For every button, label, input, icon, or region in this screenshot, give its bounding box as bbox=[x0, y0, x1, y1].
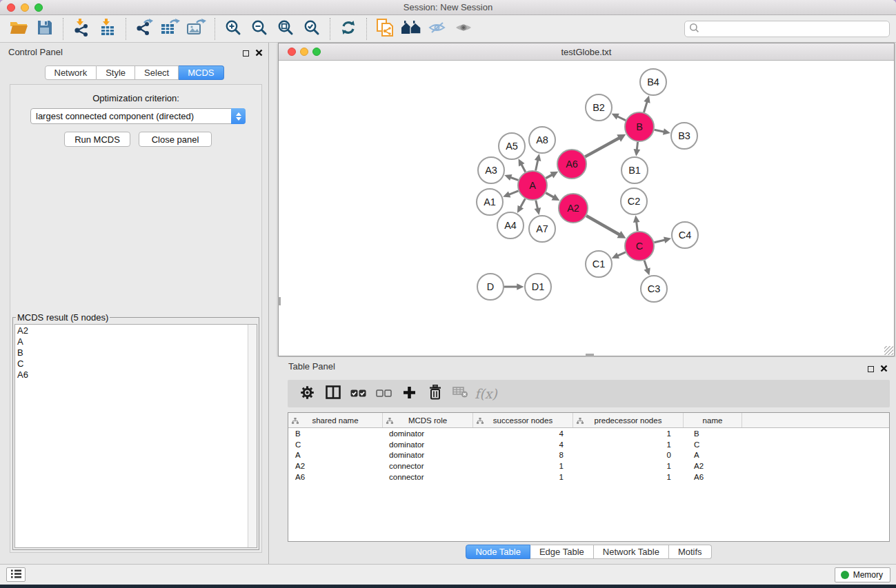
open-session-button[interactable] bbox=[6, 17, 32, 41]
graph-edge[interactable] bbox=[655, 130, 664, 132]
save-session-button[interactable] bbox=[32, 17, 58, 41]
network-close-button[interactable] bbox=[288, 48, 296, 56]
mcds-result-list[interactable]: A2ABCA6 bbox=[14, 324, 257, 548]
table-cell[interactable]: A bbox=[684, 451, 742, 459]
tab-style[interactable]: Style bbox=[97, 65, 135, 80]
splitter-grip[interactable] bbox=[586, 354, 594, 356]
table-cell[interactable]: 4 bbox=[473, 440, 573, 449]
window-titlebar[interactable]: Session: New Session bbox=[0, 0, 896, 15]
table-row[interactable]: A2connector11A2 bbox=[288, 460, 889, 472]
task-history-button[interactable] bbox=[6, 567, 26, 582]
close-table-panel-icon[interactable] bbox=[880, 363, 888, 375]
table-cell[interactable]: 1 bbox=[573, 473, 684, 481]
table-cell[interactable]: A2 bbox=[684, 462, 742, 470]
table-cell[interactable]: dominator bbox=[383, 440, 473, 449]
memory-button[interactable]: Memory bbox=[835, 567, 890, 582]
graph-edge[interactable] bbox=[510, 177, 518, 180]
graph-edge[interactable] bbox=[546, 174, 552, 178]
export-network-button[interactable] bbox=[131, 17, 157, 41]
float-panel-icon[interactable] bbox=[243, 50, 249, 57]
table-cell[interactable]: B bbox=[684, 429, 742, 438]
zoom-window-button[interactable] bbox=[34, 3, 43, 12]
tab-mcds[interactable]: MCDS bbox=[179, 65, 223, 80]
table-row[interactable]: Bdominator41B bbox=[288, 428, 889, 439]
run-mcds-button[interactable]: Run MCDS bbox=[64, 132, 130, 147]
table-cell[interactable]: 8 bbox=[473, 451, 573, 459]
hide-selected-button[interactable] bbox=[424, 17, 450, 41]
column-header[interactable]: predecessor nodes bbox=[573, 413, 684, 427]
graph-edge[interactable] bbox=[520, 199, 525, 207]
criterion-dropdown[interactable]: largest connected component (directed) bbox=[30, 108, 246, 124]
table-settings-button[interactable] bbox=[295, 383, 320, 405]
table-row[interactable]: A6connector11A6 bbox=[288, 472, 889, 483]
apply-layout-button[interactable] bbox=[335, 17, 361, 41]
graph-edge[interactable] bbox=[637, 142, 637, 150]
graph-edge[interactable] bbox=[536, 160, 538, 170]
tab-select[interactable]: Select bbox=[135, 65, 179, 80]
close-panel-icon[interactable] bbox=[255, 47, 263, 59]
table-cell[interactable]: dominator bbox=[383, 451, 473, 459]
table-row[interactable]: Adominator80A bbox=[288, 449, 889, 460]
table-cell[interactable]: B bbox=[288, 429, 383, 438]
network-canvas[interactable]: B4B2BB3A5A8A6A3B1AA1C2A2A4A7C4CC1C3DD1 bbox=[279, 61, 893, 355]
table-cell[interactable]: 1 bbox=[573, 440, 684, 449]
delete-columns-button[interactable] bbox=[422, 383, 448, 405]
table-cell[interactable]: 0 bbox=[573, 451, 684, 459]
result-list-item[interactable]: A bbox=[17, 336, 257, 347]
zoom-out-button[interactable] bbox=[246, 17, 272, 41]
float-table-panel-icon[interactable] bbox=[868, 366, 874, 372]
table-cell[interactable]: connector bbox=[383, 462, 473, 470]
table-cell[interactable]: dominator bbox=[383, 429, 473, 438]
column-header[interactable]: MCDS role bbox=[383, 413, 473, 427]
result-list-item[interactable]: B bbox=[17, 347, 257, 358]
network-window-titlebar[interactable]: testGlobe.txt bbox=[279, 43, 894, 61]
zoom-fit-button[interactable] bbox=[272, 17, 299, 41]
split-table-button[interactable] bbox=[320, 383, 346, 405]
select-all-columns-button[interactable] bbox=[346, 383, 371, 405]
result-list-item[interactable]: C bbox=[17, 358, 257, 369]
search-input[interactable] bbox=[699, 24, 889, 34]
create-column-button[interactable] bbox=[397, 383, 422, 405]
graph-edge[interactable] bbox=[654, 240, 665, 243]
result-list-item[interactable]: A6 bbox=[17, 369, 257, 381]
tab-node-table[interactable]: Node Table bbox=[466, 545, 530, 559]
table-cell[interactable]: 4 bbox=[473, 429, 573, 438]
column-header[interactable]: name bbox=[684, 413, 742, 427]
graph-edge[interactable] bbox=[521, 164, 526, 172]
column-header[interactable]: shared name bbox=[288, 413, 383, 427]
table-cell[interactable]: connector bbox=[383, 473, 473, 481]
graph-edge[interactable] bbox=[644, 101, 647, 112]
double-house-button[interactable] bbox=[398, 17, 424, 41]
table-cell[interactable]: C bbox=[288, 440, 383, 449]
network-minimize-button[interactable] bbox=[300, 48, 308, 56]
graph-edge[interactable] bbox=[585, 138, 619, 156]
graph-edge[interactable] bbox=[637, 221, 638, 231]
tab-motifs[interactable]: Motifs bbox=[669, 545, 712, 559]
table-cell[interactable]: A6 bbox=[684, 473, 742, 481]
import-network-button[interactable] bbox=[68, 17, 94, 41]
tab-network[interactable]: Network bbox=[44, 65, 97, 80]
graph-edge[interactable] bbox=[644, 261, 647, 270]
graph-edge[interactable] bbox=[617, 252, 626, 256]
table-cell[interactable]: A2 bbox=[288, 462, 383, 470]
show-all-button[interactable] bbox=[450, 17, 477, 41]
deselect-all-columns-button[interactable] bbox=[371, 383, 397, 405]
delete-table-button[interactable] bbox=[448, 383, 473, 405]
export-table-button[interactable] bbox=[157, 17, 183, 41]
graph-edge[interactable] bbox=[586, 216, 619, 235]
graph-edge[interactable] bbox=[617, 116, 626, 121]
result-list-scrollbar[interactable] bbox=[248, 325, 257, 547]
export-image-button[interactable] bbox=[183, 17, 210, 41]
network-zoom-button[interactable] bbox=[312, 48, 321, 56]
zoom-in-button[interactable] bbox=[220, 17, 246, 41]
search-field[interactable] bbox=[684, 21, 890, 37]
table-cell[interactable]: 1 bbox=[573, 462, 684, 470]
result-list-item[interactable]: A2 bbox=[17, 325, 257, 336]
zoom-selected-button[interactable] bbox=[299, 17, 325, 41]
table-cell[interactable]: C bbox=[684, 440, 742, 449]
table-cell[interactable]: 1 bbox=[573, 429, 684, 438]
graph-edge[interactable] bbox=[509, 191, 519, 194]
close-panel-button[interactable]: Close panel bbox=[139, 132, 212, 147]
import-table-button[interactable] bbox=[94, 17, 121, 41]
function-builder-button[interactable]: f(x) bbox=[473, 383, 499, 405]
